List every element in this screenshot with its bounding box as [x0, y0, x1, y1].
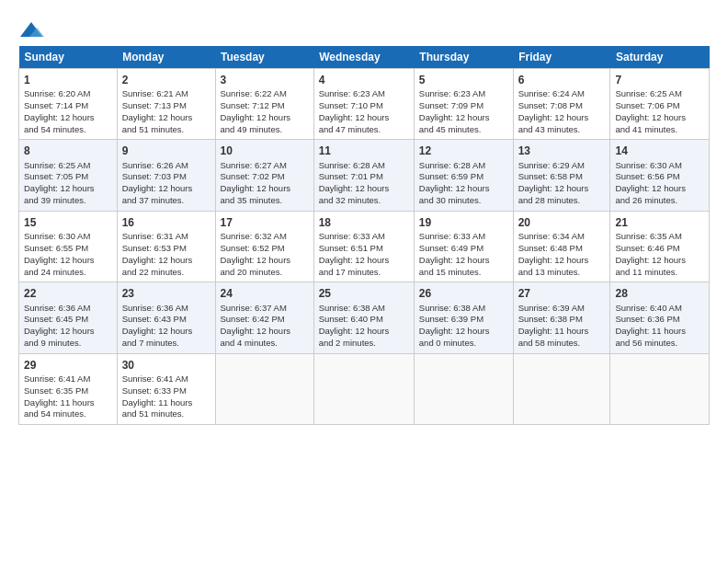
calendar-week-row: 1Sunrise: 6:20 AM Sunset: 7:14 PM Daylig… — [19, 69, 710, 140]
day-number: 2 — [122, 73, 210, 87]
calendar-cell: 29Sunrise: 6:41 AM Sunset: 6:35 PM Dayli… — [19, 353, 118, 424]
calendar-cell: 10Sunrise: 6:27 AM Sunset: 7:02 PM Dayli… — [215, 140, 313, 211]
day-number: 16 — [122, 215, 210, 230]
calendar-cell: 2Sunrise: 6:21 AM Sunset: 7:13 PM Daylig… — [117, 69, 215, 140]
day-number: 12 — [419, 144, 508, 158]
calendar-cell: 13Sunrise: 6:29 AM Sunset: 6:58 PM Dayli… — [513, 140, 610, 211]
day-info: Sunrise: 6:33 AM Sunset: 6:49 PM Dayligh… — [419, 231, 508, 278]
day-info: Sunrise: 6:41 AM Sunset: 6:33 PM Dayligh… — [122, 373, 210, 420]
calendar-cell: 26Sunrise: 6:38 AM Sunset: 6:39 PM Dayli… — [414, 282, 513, 353]
weekday-header-wednesday: Wednesday — [313, 46, 414, 69]
calendar-cell: 18Sunrise: 6:33 AM Sunset: 6:51 PM Dayli… — [313, 211, 414, 282]
day-info: Sunrise: 6:25 AM Sunset: 7:05 PM Dayligh… — [24, 160, 112, 207]
day-info: Sunrise: 6:30 AM Sunset: 6:56 PM Dayligh… — [615, 160, 704, 207]
calendar-cell: 16Sunrise: 6:31 AM Sunset: 6:53 PM Dayli… — [117, 211, 215, 282]
calendar-week-row: 29Sunrise: 6:41 AM Sunset: 6:35 PM Dayli… — [19, 353, 710, 424]
calendar-cell: 7Sunrise: 6:25 AM Sunset: 7:06 PM Daylig… — [610, 69, 710, 140]
day-info: Sunrise: 6:39 AM Sunset: 6:38 PM Dayligh… — [518, 303, 606, 350]
calendar-cell: 9Sunrise: 6:26 AM Sunset: 7:03 PM Daylig… — [117, 140, 215, 211]
day-number: 20 — [518, 215, 606, 230]
calendar-cell — [610, 353, 710, 424]
calendar-cell: 25Sunrise: 6:38 AM Sunset: 6:40 PM Dayli… — [313, 282, 414, 353]
calendar-cell: 20Sunrise: 6:34 AM Sunset: 6:48 PM Dayli… — [513, 211, 610, 282]
calendar-cell: 4Sunrise: 6:23 AM Sunset: 7:10 PM Daylig… — [313, 69, 414, 140]
day-info: Sunrise: 6:31 AM Sunset: 6:53 PM Dayligh… — [122, 231, 210, 278]
day-info: Sunrise: 6:28 AM Sunset: 7:01 PM Dayligh… — [319, 160, 409, 207]
header-area — [18, 17, 710, 40]
day-number: 30 — [122, 358, 210, 373]
calendar-week-row: 22Sunrise: 6:36 AM Sunset: 6:45 PM Dayli… — [19, 282, 710, 353]
weekday-header-thursday: Thursday — [414, 46, 513, 69]
day-number: 19 — [419, 215, 508, 230]
day-info: Sunrise: 6:35 AM Sunset: 6:46 PM Dayligh… — [615, 231, 704, 278]
day-number: 23 — [122, 286, 210, 301]
day-info: Sunrise: 6:21 AM Sunset: 7:13 PM Dayligh… — [122, 88, 210, 135]
day-info: Sunrise: 6:40 AM Sunset: 6:36 PM Dayligh… — [615, 303, 704, 350]
calendar-cell: 30Sunrise: 6:41 AM Sunset: 6:33 PM Dayli… — [117, 353, 215, 424]
day-number: 11 — [319, 144, 409, 158]
day-number: 9 — [122, 144, 210, 158]
day-number: 15 — [24, 215, 112, 230]
day-info: Sunrise: 6:37 AM Sunset: 6:42 PM Dayligh… — [221, 303, 309, 350]
day-number: 8 — [24, 144, 112, 158]
day-info: Sunrise: 6:26 AM Sunset: 7:03 PM Dayligh… — [122, 160, 210, 207]
day-number: 26 — [419, 286, 508, 301]
day-number: 13 — [518, 144, 606, 158]
day-number: 6 — [518, 73, 606, 87]
calendar-cell: 22Sunrise: 6:36 AM Sunset: 6:45 PM Dayli… — [19, 282, 118, 353]
day-number: 5 — [419, 73, 508, 87]
calendar-table: SundayMondayTuesdayWednesdayThursdayFrid… — [18, 46, 710, 425]
day-number: 17 — [221, 215, 309, 230]
calendar-cell — [313, 353, 414, 424]
day-info: Sunrise: 6:25 AM Sunset: 7:06 PM Dayligh… — [615, 88, 704, 135]
day-info: Sunrise: 6:28 AM Sunset: 6:59 PM Dayligh… — [419, 160, 508, 207]
page: SundayMondayTuesdayWednesdayThursdayFrid… — [0, 0, 728, 434]
calendar-cell: 3Sunrise: 6:22 AM Sunset: 7:12 PM Daylig… — [215, 69, 313, 140]
weekday-header-sunday: Sunday — [19, 46, 118, 69]
calendar-cell — [215, 353, 313, 424]
calendar-cell — [414, 353, 513, 424]
day-info: Sunrise: 6:27 AM Sunset: 7:02 PM Dayligh… — [221, 160, 309, 207]
day-info: Sunrise: 6:22 AM Sunset: 7:12 PM Dayligh… — [221, 88, 309, 135]
day-number: 22 — [24, 286, 112, 301]
day-number: 27 — [518, 286, 606, 301]
calendar-cell: 23Sunrise: 6:36 AM Sunset: 6:43 PM Dayli… — [117, 282, 215, 353]
day-number: 28 — [615, 286, 704, 301]
day-number: 25 — [319, 286, 409, 301]
calendar-cell: 5Sunrise: 6:23 AM Sunset: 7:09 PM Daylig… — [414, 69, 513, 140]
logo — [18, 20, 48, 40]
day-number: 1 — [24, 73, 112, 87]
day-number: 24 — [221, 286, 309, 301]
day-info: Sunrise: 6:36 AM Sunset: 6:43 PM Dayligh… — [122, 303, 210, 350]
day-info: Sunrise: 6:20 AM Sunset: 7:14 PM Dayligh… — [24, 88, 112, 135]
day-info: Sunrise: 6:38 AM Sunset: 6:40 PM Dayligh… — [319, 303, 409, 350]
day-info: Sunrise: 6:29 AM Sunset: 6:58 PM Dayligh… — [518, 160, 606, 207]
weekday-header-tuesday: Tuesday — [215, 46, 313, 69]
day-info: Sunrise: 6:32 AM Sunset: 6:52 PM Dayligh… — [221, 231, 309, 278]
day-info: Sunrise: 6:33 AM Sunset: 6:51 PM Dayligh… — [319, 231, 409, 278]
calendar-cell: 19Sunrise: 6:33 AM Sunset: 6:49 PM Dayli… — [414, 211, 513, 282]
calendar-cell: 28Sunrise: 6:40 AM Sunset: 6:36 PM Dayli… — [610, 282, 710, 353]
weekday-header-saturday: Saturday — [610, 46, 710, 69]
day-info: Sunrise: 6:23 AM Sunset: 7:09 PM Dayligh… — [419, 88, 508, 135]
calendar-cell: 14Sunrise: 6:30 AM Sunset: 6:56 PM Dayli… — [610, 140, 710, 211]
weekday-header-monday: Monday — [117, 46, 215, 69]
calendar-cell: 24Sunrise: 6:37 AM Sunset: 6:42 PM Dayli… — [215, 282, 313, 353]
day-number: 10 — [221, 144, 309, 158]
calendar-week-row: 8Sunrise: 6:25 AM Sunset: 7:05 PM Daylig… — [19, 140, 710, 211]
calendar-cell: 6Sunrise: 6:24 AM Sunset: 7:08 PM Daylig… — [513, 69, 610, 140]
calendar-cell: 8Sunrise: 6:25 AM Sunset: 7:05 PM Daylig… — [19, 140, 118, 211]
logo-icon — [18, 20, 44, 40]
day-number: 29 — [24, 358, 112, 373]
weekday-header-friday: Friday — [513, 46, 610, 69]
calendar-cell: 12Sunrise: 6:28 AM Sunset: 6:59 PM Dayli… — [414, 140, 513, 211]
day-info: Sunrise: 6:24 AM Sunset: 7:08 PM Dayligh… — [518, 88, 606, 135]
day-number: 7 — [615, 73, 704, 87]
day-info: Sunrise: 6:38 AM Sunset: 6:39 PM Dayligh… — [419, 303, 508, 350]
day-info: Sunrise: 6:36 AM Sunset: 6:45 PM Dayligh… — [24, 303, 112, 350]
day-number: 14 — [615, 144, 704, 158]
weekday-header-row: SundayMondayTuesdayWednesdayThursdayFrid… — [19, 46, 710, 69]
day-info: Sunrise: 6:34 AM Sunset: 6:48 PM Dayligh… — [518, 231, 606, 278]
calendar-cell — [513, 353, 610, 424]
day-number: 3 — [221, 73, 309, 87]
